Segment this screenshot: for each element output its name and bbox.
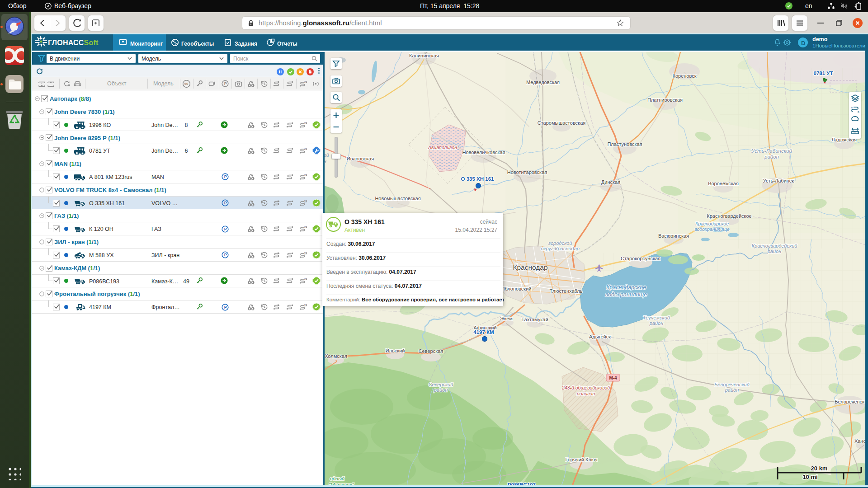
svg-text:20 km: 20 km: [811, 465, 828, 472]
svg-text:0781 УТ: 0781 УТ: [814, 70, 833, 76]
svg-text:Белореченск: Белореченск: [835, 399, 864, 404]
svg-text:Холмская: Холмская: [325, 353, 347, 359]
svg-text:О 335 ХН 161: О 335 ХН 161: [461, 176, 494, 182]
svg-text:Краснодарское: Краснодарское: [606, 284, 646, 291]
svg-text:А: А: [851, 106, 853, 109]
svg-text:Новомышастовская: Новомышастовская: [375, 196, 420, 201]
svg-text:Красногвардейское: Красногвардейское: [707, 213, 751, 219]
svg-text:Теучежский: Теучежский: [643, 315, 670, 320]
svg-text:Усть-Лабинск: Усть-Лабинск: [763, 178, 794, 183]
svg-text:Ханская: Ханская: [854, 438, 865, 444]
svg-text:полигон: полигон: [577, 391, 595, 396]
svg-text:н: н: [325, 159, 326, 164]
svg-text:район: район: [725, 387, 739, 393]
svg-text:10 mi: 10 mi: [802, 474, 817, 480]
svg-text:Тахтамукай: Тахтамукай: [521, 317, 548, 322]
svg-text:округ Краснодар: округ Краснодар: [541, 246, 580, 251]
svg-text:район: район: [767, 249, 782, 254]
svg-text:Энем: Энем: [500, 316, 513, 321]
svg-text:одный: одный: [330, 476, 344, 481]
svg-text:В: В: [858, 111, 859, 113]
svg-text:Ильский: Ильский: [386, 348, 405, 353]
svg-text:Горячий Ключ: Горячий Ключ: [566, 457, 598, 462]
svg-text:Старомышастовская: Старомышастовская: [538, 120, 586, 126]
svg-text:Краснодар: Краснодар: [513, 263, 547, 271]
svg-text:район: район: [434, 387, 448, 393]
svg-text:М-4: М-4: [609, 375, 617, 380]
svg-text:Воронежская: Воронежская: [708, 181, 739, 186]
svg-text:Яблоновский: Яблоновский: [501, 286, 532, 291]
svg-text:район: район: [649, 320, 664, 326]
svg-text:Кореновск: Кореновск: [673, 73, 697, 79]
svg-text:Нововеличковская: Нововеличковская: [462, 150, 505, 155]
svg-text:Красногвардейский: Красногвардейский: [752, 243, 797, 249]
svg-text:Платнировская: Платнировская: [647, 97, 683, 103]
svg-text:4197 КМ: 4197 КМ: [473, 329, 494, 335]
svg-text:водохранилище: водохранилище: [605, 291, 647, 298]
svg-text:Северский: Северский: [429, 382, 453, 387]
svg-text:Адыгейск: Адыгейск: [589, 334, 611, 339]
svg-text:Ивановская: Ивановская: [347, 156, 374, 161]
svg-text:Новотитаровская: Новотитаровская: [507, 169, 547, 175]
svg-text:Тлюстенхабль: Тлюстенхабль: [550, 288, 583, 294]
svg-text:Авиаполигон: Авиаполигон: [428, 145, 457, 150]
svg-text:водохранилище: водохранилище: [694, 226, 730, 232]
svg-text:Медведовская: Медведовская: [526, 80, 560, 85]
svg-text:Пластуновская: Пластуновская: [607, 141, 642, 147]
svg-text:ей: ей: [325, 152, 329, 158]
svg-text:243-й общевойсковой: 243-й общевойсковой: [561, 385, 610, 390]
svg-text:Усть-Лабинский: Усть-Лабинский: [751, 148, 792, 154]
svg-text:городской: городской: [548, 240, 572, 246]
svg-text:район: район: [764, 154, 779, 160]
svg-text:Васюринская: Васюринская: [658, 233, 689, 239]
svg-text:Динская: Динская: [601, 179, 620, 185]
svg-text:Северская: Северская: [419, 348, 443, 354]
svg-text:Старокорсунская: Старокорсунская: [621, 256, 660, 261]
svg-text:Краснодарское: Краснодарское: [695, 221, 729, 226]
svg-text:Калининская: Калининская: [409, 53, 439, 58]
svg-text:Белореченский: Белореченский: [714, 382, 750, 387]
